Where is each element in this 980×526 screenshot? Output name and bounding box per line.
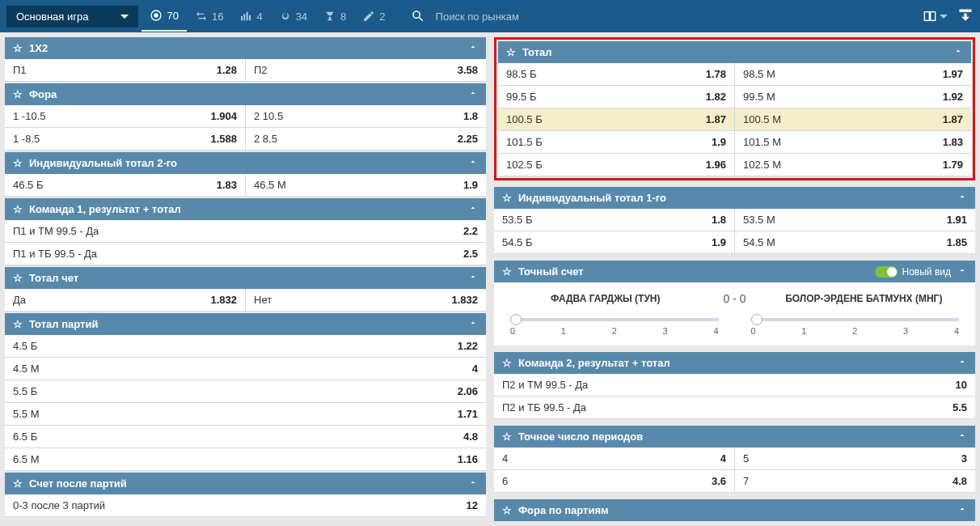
star-icon[interactable]: ☆ bbox=[13, 318, 23, 330]
stat-bars[interactable]: 4 bbox=[231, 10, 270, 23]
odds-cell[interactable]: 74.8 bbox=[735, 470, 975, 492]
expand-icon[interactable] bbox=[957, 7, 974, 26]
collapse-icon[interactable] bbox=[468, 88, 478, 100]
odds-cell[interactable]: 44 bbox=[494, 448, 735, 469]
market-header[interactable]: ☆Команда 1, результат + тотал bbox=[5, 198, 486, 220]
odds-cell[interactable]: 100.5 Б1.87 bbox=[498, 108, 735, 130]
layout-icon[interactable] bbox=[922, 10, 948, 23]
game-dropdown[interactable]: Основная игра bbox=[6, 6, 138, 28]
market-header[interactable]: ☆Точное число периодов bbox=[494, 426, 975, 448]
odds-cell[interactable]: 53.5 Б1.8 bbox=[494, 209, 735, 231]
odds-cell[interactable]: 53 bbox=[735, 448, 975, 469]
star-icon[interactable]: ☆ bbox=[502, 357, 512, 369]
odds-cell[interactable]: 1 -10.51.904 bbox=[5, 105, 246, 127]
collapse-icon[interactable] bbox=[468, 203, 478, 215]
stat-target[interactable]: 70 bbox=[142, 1, 186, 32]
odds-cell[interactable]: 54.5 М1.85 bbox=[735, 231, 975, 253]
odds-cell[interactable]: 98.5 М1.97 bbox=[735, 63, 971, 85]
market-title: Точное число периодов bbox=[518, 431, 951, 443]
market-header[interactable]: ☆Тотал чет bbox=[5, 267, 486, 289]
odds-cell[interactable]: 4.5 Б1.22 bbox=[5, 335, 486, 357]
odds-cell[interactable]: П23.58 bbox=[246, 59, 486, 81]
odds-cell[interactable]: 2 10.51.8 bbox=[246, 105, 486, 127]
collapse-icon[interactable] bbox=[957, 431, 967, 443]
odds-cell[interactable]: 101.5 М1.83 bbox=[735, 131, 971, 153]
stat-pencil[interactable]: 2 bbox=[354, 10, 393, 23]
market-header[interactable]: ☆Команда 2, результат + тотал bbox=[494, 352, 975, 374]
collapse-icon[interactable] bbox=[468, 318, 478, 330]
odds-cell[interactable]: 102.5 Б1.96 bbox=[498, 154, 735, 176]
star-icon[interactable]: ☆ bbox=[502, 265, 512, 278]
odds-cell[interactable]: П11.28 bbox=[5, 59, 246, 81]
odds-cell[interactable]: П2 и ТБ 99.5 - Да5.5 bbox=[494, 397, 975, 418]
odds-cell[interactable]: 6.5 Б4.8 bbox=[5, 426, 486, 448]
market-header[interactable]: ☆Счет после партий bbox=[5, 473, 486, 494]
odds-row: 100.5 Б1.87100.5 М1.87 bbox=[498, 108, 971, 131]
collapse-icon[interactable] bbox=[468, 42, 478, 54]
market-header[interactable]: ☆Фора по партиям bbox=[494, 499, 975, 521]
star-icon[interactable]: ☆ bbox=[13, 42, 23, 54]
odds-cell[interactable]: 2 8.52.25 bbox=[246, 128, 486, 150]
score-slider[interactable]: 01234 bbox=[751, 318, 960, 336]
odds-cell[interactable]: П1 и ТМ 99.5 - Да2.2 bbox=[5, 220, 486, 242]
collapse-icon[interactable] bbox=[953, 46, 963, 58]
bet-odd: 1.832 bbox=[210, 294, 237, 306]
market-header[interactable]: ☆Тотал bbox=[498, 41, 971, 63]
odds-cell[interactable]: 5.5 Б2.06 bbox=[5, 380, 486, 402]
star-icon[interactable]: ☆ bbox=[13, 477, 23, 490]
view-toggle[interactable]: Новый вид bbox=[875, 266, 951, 278]
odds-cell[interactable]: 63.6 bbox=[494, 470, 735, 492]
odds-cell[interactable]: 100.5 М1.87 bbox=[735, 108, 971, 130]
odds-cell[interactable]: 5.5 М1.71 bbox=[5, 403, 486, 425]
collapse-icon[interactable] bbox=[468, 477, 478, 490]
search-input[interactable] bbox=[436, 11, 598, 23]
market-header[interactable]: ☆1X2 bbox=[5, 37, 486, 59]
odds-row: Да1.832Нет1.832 bbox=[5, 289, 486, 312]
collapse-icon[interactable] bbox=[468, 272, 478, 284]
collapse-icon[interactable] bbox=[957, 265, 967, 278]
slider-thumb[interactable] bbox=[510, 314, 522, 325]
odds-cell[interactable]: Нет1.832 bbox=[246, 289, 486, 311]
stat-transfer[interactable]: 16 bbox=[187, 10, 231, 23]
slider-thumb[interactable] bbox=[751, 314, 762, 325]
odds-cell[interactable]: 54.5 Б1.9 bbox=[494, 231, 735, 253]
collapse-icon[interactable] bbox=[468, 157, 478, 169]
star-icon[interactable]: ☆ bbox=[13, 203, 23, 215]
collapse-icon[interactable] bbox=[957, 357, 967, 369]
star-icon[interactable]: ☆ bbox=[502, 431, 512, 443]
star-icon[interactable]: ☆ bbox=[13, 272, 23, 284]
odds-cell[interactable]: 46.5 М1.9 bbox=[246, 174, 486, 196]
stat-fire[interactable]: 34 bbox=[271, 10, 315, 23]
odds-row: 5.5 Б2.06 bbox=[5, 380, 486, 403]
collapse-icon[interactable] bbox=[957, 192, 967, 204]
star-icon[interactable]: ☆ bbox=[13, 157, 23, 169]
odds-cell[interactable]: 1 -8.51.588 bbox=[5, 128, 246, 150]
stat-trophy[interactable]: 8 bbox=[315, 10, 354, 23]
odds-cell[interactable]: 101.5 Б1.9 bbox=[498, 131, 735, 153]
market-header[interactable]: ☆Индивидуальный тотал 1-го bbox=[494, 187, 975, 209]
odds-cell[interactable]: 99.5 Б1.82 bbox=[498, 86, 735, 108]
odds-cell[interactable]: П1 и ТБ 99.5 - Да2.5 bbox=[5, 243, 486, 265]
odds-cell[interactable]: 6.5 М1.16 bbox=[5, 448, 486, 470]
odds-cell[interactable]: 4.5 М4 bbox=[5, 358, 486, 380]
search-icon[interactable] bbox=[407, 5, 429, 28]
toggle-switch[interactable] bbox=[875, 266, 898, 278]
odds-cell[interactable]: 0-3 после 3 партий12 bbox=[5, 494, 486, 516]
collapse-icon[interactable] bbox=[957, 504, 967, 516]
star-icon[interactable]: ☆ bbox=[502, 504, 512, 516]
star-icon[interactable]: ☆ bbox=[502, 192, 512, 204]
odds-cell[interactable]: 98.5 Б1.78 bbox=[498, 63, 735, 85]
odds-cell[interactable]: П2 и ТМ 99.5 - Да10 bbox=[494, 374, 975, 396]
odds-cell[interactable]: 99.5 М1.92 bbox=[735, 86, 971, 108]
odds-cell[interactable]: 102.5 М1.79 bbox=[735, 154, 971, 176]
odds-cell[interactable]: Да1.832 bbox=[5, 289, 246, 311]
star-icon[interactable]: ☆ bbox=[506, 46, 516, 58]
market-header[interactable]: ☆Фора bbox=[5, 83, 486, 105]
odds-cell[interactable]: 46.5 Б1.83 bbox=[5, 174, 246, 196]
market-header[interactable]: ☆Точный счетНовый вид bbox=[494, 261, 975, 282]
star-icon[interactable]: ☆ bbox=[13, 88, 23, 100]
market-header[interactable]: ☆Тотал партий bbox=[5, 313, 486, 335]
market-header[interactable]: ☆Индивидуальный тотал 2-го bbox=[5, 152, 486, 174]
odds-cell[interactable]: 53.5 М1.91 bbox=[735, 209, 975, 231]
score-slider[interactable]: 01234 bbox=[510, 318, 719, 336]
